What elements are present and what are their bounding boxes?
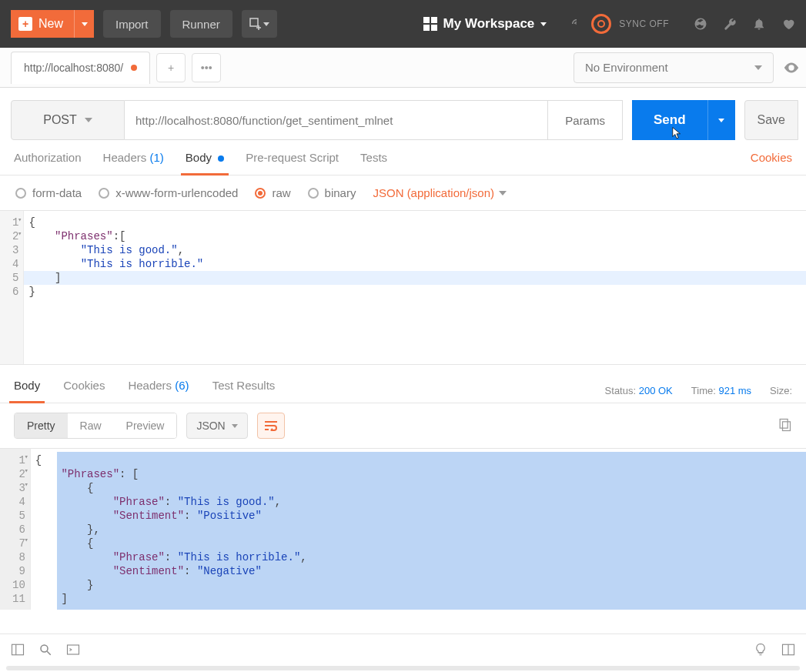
radio-icon [308, 188, 319, 199]
response-format-label: JSON [196, 420, 225, 432]
resp-tab-headers[interactable]: Headers (6) [128, 379, 189, 403]
new-button-label: New [38, 17, 63, 31]
console-icon[interactable] [66, 643, 80, 657]
wrap-icon [264, 420, 278, 431]
radio-icon [15, 188, 26, 199]
svg-rect-3 [780, 419, 788, 428]
copy-icon [777, 417, 792, 433]
sync-label: SYNC OFF [619, 18, 669, 29]
new-window-button[interactable] [242, 10, 277, 38]
wrench-icon[interactable] [723, 17, 737, 31]
wrap-lines-button[interactable] [257, 413, 285, 439]
status: Status: 200 OK [605, 385, 673, 396]
radio-form-data[interactable]: form-data [15, 186, 82, 199]
lightbulb-icon[interactable] [754, 643, 768, 657]
tab-menu-button[interactable]: ••• [192, 53, 221, 82]
unsaved-dot-icon [131, 65, 137, 71]
sync-status-icon[interactable] [591, 14, 611, 34]
sync-area: SYNC OFF [570, 14, 669, 34]
runner-button[interactable]: Runner [170, 10, 232, 38]
satellite-icon[interactable] [570, 17, 584, 31]
content-type-selector[interactable]: JSON (application/json) [373, 186, 507, 199]
tab-authorization[interactable]: Authorization [14, 151, 82, 175]
svg-point-7 [41, 645, 48, 652]
view-preview[interactable]: Preview [114, 413, 177, 438]
radio-raw[interactable]: raw [255, 186, 290, 199]
radio-binary[interactable]: binary [308, 186, 356, 199]
method-value: POST [43, 113, 77, 127]
response-format-selector[interactable]: JSON [186, 413, 247, 439]
response-toolbar: Pretty Raw Preview JSON [0, 403, 806, 448]
resp-tab-tests[interactable]: Test Results [212, 379, 276, 403]
chevron-down-icon [232, 424, 238, 428]
editor-body[interactable]: { "Phrases": [ { "Phrase": "This is good… [31, 449, 806, 610]
chevron-down-icon [499, 191, 507, 196]
new-button[interactable]: + New [11, 10, 74, 38]
heart-icon[interactable] [781, 17, 795, 31]
request-tabs-row: http://localhost:8080/ + ••• No Environm… [0, 48, 806, 88]
new-button-group: + New [11, 10, 94, 38]
top-right-icons [694, 17, 795, 31]
bell-icon[interactable] [752, 17, 766, 31]
chevron-down-icon [85, 118, 92, 122]
environment-quicklook-icon[interactable] [783, 59, 800, 76]
tab-prerequest[interactable]: Pre-request Script [246, 151, 339, 175]
chevron-down-icon [540, 22, 547, 26]
svg-line-8 [47, 651, 51, 655]
save-button[interactable]: Save [744, 100, 798, 140]
url-bar-row: POST http://localhost:8080/function/get_… [0, 88, 806, 140]
response-bar: Body Cookies Headers (6) Test Results St… [0, 365, 806, 403]
send-button-caret[interactable] [707, 100, 735, 140]
view-mode-segment: Pretty Raw Preview [14, 413, 177, 439]
chevron-down-icon [718, 119, 724, 122]
request-tab[interactable]: http://localhost:8080/ [11, 52, 150, 84]
workspace-icon [423, 17, 437, 31]
environment-selector[interactable]: No Environment [574, 52, 774, 83]
content-type-label: JSON (application/json) [373, 186, 494, 199]
svg-rect-9 [68, 645, 79, 654]
radio-icon [99, 188, 109, 199]
svg-rect-0 [250, 18, 258, 26]
horizontal-scrollbar[interactable] [6, 666, 800, 670]
two-pane-icon[interactable] [781, 643, 795, 657]
view-pretty[interactable]: Pretty [15, 413, 68, 438]
send-button-group: Send [632, 100, 735, 140]
globe-icon[interactable] [694, 17, 707, 31]
request-body-editor[interactable]: 123456 { "Phrases":[ "This is good.", "T… [0, 211, 806, 365]
svg-rect-5 [12, 644, 24, 655]
workspace-selector[interactable]: My Workspace [423, 16, 547, 32]
url-input[interactable]: http://localhost:8080/function/get_senti… [125, 100, 548, 140]
new-button-caret[interactable] [74, 10, 94, 38]
body-type-row: form-data x-www-form-urlencoded raw bina… [0, 176, 806, 211]
resp-tab-body[interactable]: Body [14, 379, 40, 403]
add-tab-button[interactable]: + [156, 53, 186, 82]
search-icon[interactable] [38, 643, 52, 657]
bottom-bar [0, 634, 806, 664]
cookies-link[interactable]: Cookies [751, 151, 792, 175]
chevron-down-icon [82, 22, 88, 26]
url-value: http://localhost:8080/function/get_senti… [135, 114, 393, 127]
send-button[interactable]: Send [632, 100, 707, 140]
tab-headers-count: (1) [149, 151, 163, 164]
environment-value: No Environment [585, 61, 668, 74]
tab-headers[interactable]: Headers (1) [103, 151, 164, 175]
tab-body[interactable]: Body [186, 151, 224, 175]
response-tabs: Body Cookies Headers (6) Test Results [14, 379, 275, 403]
sidebar-toggle-icon[interactable] [11, 643, 25, 657]
radio-urlencoded[interactable]: x-www-form-urlencoded [99, 186, 238, 199]
top-toolbar: + New Import Runner My Workspace SYNC OF… [0, 0, 806, 48]
time: Time: 921 ms [691, 385, 751, 396]
radio-label: x-www-form-urlencoded [115, 186, 238, 199]
tab-tests[interactable]: Tests [360, 151, 387, 175]
send-button-label: Send [654, 112, 686, 127]
resp-tab-cookies[interactable]: Cookies [63, 379, 105, 403]
import-button[interactable]: Import [103, 10, 161, 38]
editor-body[interactable]: { "Phrases":[ "This is good.", "This is … [24, 211, 806, 364]
view-raw[interactable]: Raw [68, 413, 114, 438]
body-active-dot-icon [218, 155, 224, 162]
params-button[interactable]: Params [548, 100, 623, 140]
method-selector[interactable]: POST [11, 100, 125, 140]
response-body-viewer[interactable]: 1234567891011 { "Phrases": [ { "Phrase":… [0, 448, 806, 610]
copy-response-button[interactable] [777, 417, 792, 435]
editor-gutter: 1234567891011 [0, 449, 31, 610]
